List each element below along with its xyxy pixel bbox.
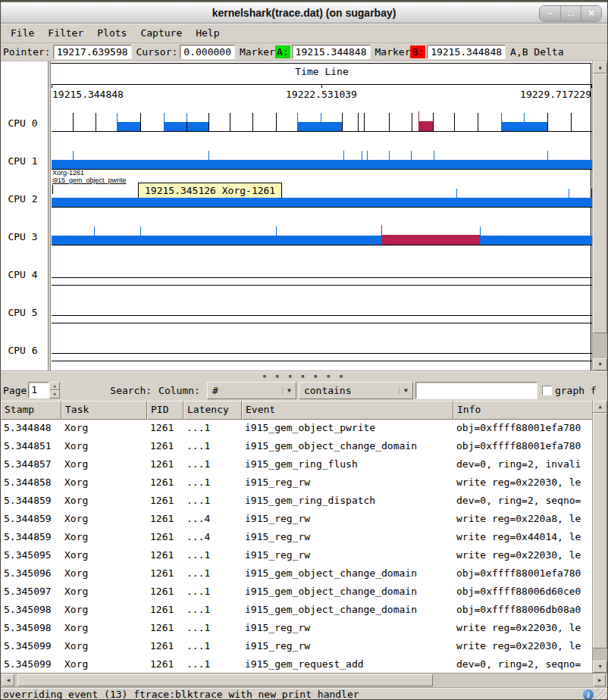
table-horizontal-scrollbar[interactable]: ◀ ▶ [1, 673, 607, 687]
timeline-plot[interactable]: Time Line Xorg-1261 i915_gem_object_pwri… [1, 61, 592, 370]
marker-info-bar: Pointer: 19217.639598 Cursor: 0.000000 M… [1, 43, 607, 61]
page-number-field[interactable]: 1 [28, 382, 49, 398]
cell-info: obj=0xffff88006d60ce0 [453, 583, 592, 602]
column-header-pid[interactable]: PID [147, 401, 183, 420]
cell-pid: 1261 [147, 583, 183, 602]
cpu-run-bar [52, 160, 592, 169]
graph-scrollbar-thumb[interactable] [593, 73, 607, 333]
table-row[interactable]: 5.344859Xorg1261...4i915_reg_rwwrite reg… [1, 511, 592, 529]
page-spinner[interactable]: 1 ▲ ▼ [28, 382, 60, 398]
menu-item-capture[interactable]: Capture [133, 25, 189, 41]
marker-a-label: Marker [240, 46, 275, 58]
scroll-left-icon[interactable]: ◀ [2, 674, 14, 686]
event-tick [418, 111, 419, 122]
maximize-button[interactable]: □ [560, 6, 581, 21]
cell-latency: ...1 [183, 583, 242, 602]
marker-b-chip[interactable]: B: [410, 45, 425, 58]
event-tick [362, 151, 362, 160]
column-header-event[interactable]: Event [242, 401, 453, 420]
graph-follows-checkbox[interactable] [542, 386, 552, 395]
cell-pid: 1261 [147, 529, 183, 547]
event-tick [411, 151, 412, 160]
window-controls: – □ ✕ [539, 5, 602, 22]
minimize-button[interactable]: – [540, 6, 560, 21]
table-row[interactable]: 5.344851Xorg1261...1i915_gem_object_chan… [1, 438, 592, 456]
menu-item-filter[interactable]: Filter [41, 25, 90, 41]
table-row[interactable]: 5.345099Xorg1261...1i915_gem_request_add… [1, 656, 592, 673]
hscrollbar-thumb[interactable] [17, 674, 433, 686]
cpu-label-cpu2: CPU 2 [1, 193, 45, 205]
cpu-lane-line [52, 323, 592, 323]
column-header-stamp[interactable]: Stamp [1, 401, 61, 420]
graph-scrollbar-trough[interactable] [593, 333, 607, 358]
close-button[interactable]: ✕ [581, 6, 601, 21]
event-tick [434, 151, 434, 160]
table-row[interactable]: 5.344848Xorg1261...1i915_gem_object_pwri… [1, 420, 592, 438]
scroll-up-icon[interactable]: ▲ [593, 401, 607, 413]
ab-delta-label: A,B Delta [510, 46, 563, 58]
column-header-info[interactable]: Info [453, 401, 594, 420]
table-body[interactable]: 5.344848Xorg1261...1i915_gem_object_pwri… [1, 420, 592, 673]
title-bar[interactable]: kernelshark(trace.dat) (on sugarbay) – □… [1, 1, 607, 23]
event-tick [276, 113, 277, 131]
cpu-latency-bar [381, 235, 480, 245]
event-tick [186, 113, 187, 122]
table-row[interactable]: 5.344859Xorg1261...4i915_reg_rwwrite reg… [1, 529, 592, 547]
cell-latency: ...1 [183, 620, 242, 638]
resize-grip-icon[interactable] [596, 689, 607, 700]
marker-b-label: Marker [375, 46, 411, 58]
marker-a-chip[interactable]: A: [275, 45, 290, 58]
scroll-down-icon[interactable]: ▼ [593, 358, 607, 370]
info-icon[interactable]: i [583, 689, 594, 700]
column-header-task[interactable]: Task [61, 401, 147, 420]
scroll-up-icon[interactable]: ▲ [593, 61, 607, 73]
cell-latency: ...1 [183, 456, 242, 474]
column-header-latency[interactable]: Latency [183, 401, 242, 420]
cell-stamp: 5.344848 [1, 420, 61, 438]
event-tick [364, 113, 365, 131]
cell-latency: ...4 [183, 511, 242, 529]
marker-a-line [52, 185, 53, 194]
cell-event: i915_gem_request_add [242, 656, 453, 673]
cell-task: Xorg [61, 583, 147, 602]
cell-pid: 1261 [147, 565, 183, 583]
cell-info: write reg=0x22030, le [453, 547, 592, 565]
spin-up-icon[interactable]: ▲ [49, 382, 60, 390]
table-scrollbar-trough[interactable] [593, 648, 607, 661]
cell-latency: ...1 [183, 547, 242, 565]
menu-item-file[interactable]: File [4, 25, 41, 41]
scroll-right-icon[interactable]: ▶ [594, 674, 606, 686]
table-row[interactable]: 5.345099Xorg1261...1i915_reg_rwwrite reg… [1, 638, 592, 656]
search-input[interactable] [415, 382, 537, 399]
event-tick [480, 227, 481, 236]
table-row[interactable]: 5.345096Xorg1261...1i915_gem_object_chan… [1, 565, 592, 583]
table-row[interactable]: 5.345095Xorg1261...1i915_reg_rwwrite reg… [1, 547, 592, 565]
axis-time-label: 19229.717229 [425, 89, 591, 100]
graph-vertical-scrollbar[interactable]: ▲ ▼ [592, 61, 607, 370]
menu-item-plots[interactable]: Plots [90, 25, 133, 41]
table-row[interactable]: 5.344858Xorg1261...1i915_reg_rwwrite reg… [1, 474, 592, 492]
event-tick [571, 113, 572, 131]
table-row[interactable]: 5.345098Xorg1261...1i915_reg_rwwrite reg… [1, 620, 592, 638]
status-bar: overriding event (13) ftrace:blktrace wi… [1, 687, 607, 700]
table-vertical-scrollbar[interactable]: ▲ ▼ [592, 401, 607, 673]
menu-item-help[interactable]: Help [189, 25, 226, 41]
table-row[interactable]: 5.345098Xorg1261...1i915_gem_object_chan… [1, 602, 592, 620]
table-scrollbar-thumb[interactable] [593, 413, 607, 648]
table-row[interactable]: 5.344857Xorg1261...1i915_gem_ring_flushd… [1, 456, 592, 474]
table-row[interactable]: 5.344859Xorg1261...1i915_gem_ring_dispat… [1, 492, 592, 511]
pane-splitter[interactable]: ▪ ▪ ▪ ▪ ▪ ▪ ▪ [1, 370, 607, 380]
scroll-down-icon[interactable]: ▼ [593, 661, 607, 673]
marker-a-value: 19215.344848 [292, 45, 371, 59]
cpu-lane-line [52, 131, 592, 132]
table-row[interactable]: 5.345097Xorg1261...1i915_gem_object_chan… [1, 583, 592, 602]
cell-event: i915_reg_rw [242, 547, 453, 565]
cell-task: Xorg [61, 547, 147, 565]
match-select-value: contains [299, 385, 399, 396]
match-select[interactable]: contains ▼ [299, 382, 413, 399]
column-select[interactable]: # ▼ [207, 382, 296, 399]
spin-down-icon[interactable]: ▼ [49, 390, 60, 398]
task-label-event: i915_gem_object_pwrite [52, 177, 127, 184]
event-tick [73, 113, 74, 131]
cell-pid: 1261 [147, 638, 183, 656]
